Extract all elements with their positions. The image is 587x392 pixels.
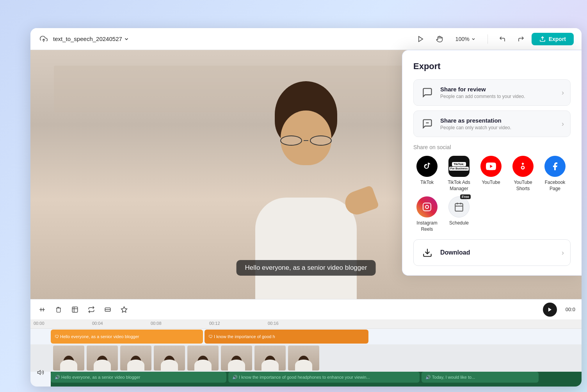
social-schedule[interactable]: Free Schedule [445, 196, 473, 232]
audio-segment-1[interactable]: 🔊 Hello everyone, as a senior video blog… [51, 372, 226, 383]
download-label: Download [440, 249, 556, 256]
audio-segment-2[interactable]: 🔊 I know the importance of good headphon… [228, 372, 420, 383]
segment-1-label: 🗨 Hello everyone, as a senior video blog… [55, 334, 139, 339]
thumb-3 [120, 346, 151, 371]
share-review-title: Share for review [440, 86, 556, 93]
instagram-icon [416, 196, 438, 217]
free-badge: Free [460, 194, 471, 199]
timecode: 00:0 [566, 306, 575, 312]
volume-icon[interactable] [34, 366, 47, 379]
audio-seg-2-label: 🔊 I know the importance of good headphon… [232, 375, 370, 380]
export-btn-label: Export [549, 36, 566, 42]
header-left: text_to_speech_20240527 [38, 34, 410, 45]
timeline-controls: 00:0 [30, 299, 582, 319]
header: text_to_speech_20240527 [30, 28, 582, 50]
social-youtube[interactable]: YouTube [477, 156, 505, 192]
segment-2[interactable]: 🗨 I know the importance of good h [205, 330, 368, 344]
instagram-label: Instagram Reels [413, 220, 441, 232]
project-name-label: text_to_speech_20240527 [53, 36, 122, 42]
caption-track: 🗨 Hello everyone, as a senior video blog… [30, 329, 582, 344]
thumb-7 [254, 346, 286, 371]
download-icon [420, 245, 435, 260]
undo-icon[interactable] [496, 33, 508, 45]
export-panel-title: Export [413, 61, 571, 71]
segment-2-label: 🗨 I know the importance of good h [208, 334, 275, 339]
social-grid: TikTok TikTok: For Business TikTok Ads M… [413, 156, 571, 232]
share-pres-desc: People can only watch your video. [440, 125, 556, 130]
download-arrow: › [562, 249, 564, 257]
ruler-mark-12: 00:12 [209, 321, 220, 326]
hand-tool-icon[interactable] [434, 33, 445, 45]
tiktok-icon [416, 156, 438, 177]
timeline-ruler: 00:00 00:04 00:08 00:12 00:16 [30, 319, 582, 329]
youtube-icon [480, 156, 502, 177]
share-review-desc: People can add comments to your video. [440, 94, 556, 99]
header-center: 100% [415, 33, 527, 45]
audio-seg-3-label: 🔊 Today, I would like to... [425, 375, 475, 380]
schedule-label: Schedule [449, 220, 469, 226]
svg-marker-12 [548, 307, 551, 312]
youtube-shorts-icon [512, 156, 534, 177]
share-review-icon [420, 85, 435, 100]
share-presentation-icon [420, 116, 435, 131]
social-section-title: Share on social [413, 144, 571, 150]
delete-icon[interactable] [53, 304, 64, 315]
app-window: text_to_speech_20240527 [30, 28, 582, 387]
svg-rect-15 [423, 203, 431, 211]
trim-icon[interactable] [102, 304, 113, 315]
ruler-mark-0: 00:00 [34, 321, 44, 326]
export-button[interactable]: Export [532, 33, 574, 45]
thumb-4 [154, 346, 185, 371]
thumbnails-row [30, 344, 582, 372]
header-divider [487, 34, 488, 44]
svg-rect-17 [455, 204, 463, 212]
redo-icon[interactable] [515, 33, 527, 45]
segment-1[interactable]: 🗨 Hello everyone, as a senior video blog… [51, 330, 203, 344]
zoom-control[interactable]: 100% [452, 34, 479, 44]
download-option[interactable]: Download › [413, 239, 571, 266]
share-review-arrow: › [562, 89, 564, 97]
schedule-icon: Free [448, 196, 470, 217]
facebook-label: Facebook Page [541, 180, 569, 192]
project-name[interactable]: text_to_speech_20240527 [53, 36, 129, 42]
share-pres-title: Share as presentation [440, 117, 556, 124]
ruler-mark-16: 00:16 [268, 321, 279, 326]
play-button[interactable] [543, 303, 557, 317]
adjust-icon[interactable] [119, 304, 130, 315]
tiktok-label: TikTok [420, 180, 434, 186]
crop-icon[interactable] [69, 304, 80, 315]
subtitle-overlay: Hello everyone, as a senior video blogge… [237, 260, 376, 276]
youtube-label: YouTube [482, 180, 500, 186]
left-controls [30, 366, 51, 387]
svg-rect-6 [72, 307, 78, 312]
thumb-8 [288, 346, 319, 371]
tiktok-ads-icon: TikTok: For Business [448, 156, 470, 177]
svg-marker-1 [419, 36, 423, 42]
social-facebook[interactable]: Facebook Page [541, 156, 569, 192]
audio-track: 🔊 Hello everyone, as a senior video blog… [51, 372, 582, 387]
ruler-mark-8: 00:08 [151, 321, 162, 326]
social-youtube-shorts[interactable]: YouTube Shorts [509, 156, 537, 192]
social-tiktok-ads[interactable]: TikTok: For Business TikTok Ads Manager [445, 156, 473, 192]
svg-marker-11 [121, 306, 127, 312]
share-pres-arrow: › [562, 120, 564, 128]
ruler-mark-4: 00:04 [92, 321, 103, 326]
social-tiktok[interactable]: TikTok [413, 156, 441, 192]
share-presentation-option[interactable]: Share as presentation People can only wa… [413, 110, 571, 137]
social-instagram[interactable]: Instagram Reels [413, 196, 441, 232]
zoom-value: 100% [455, 36, 470, 42]
share-review-option[interactable]: Share for review People can add comments… [413, 79, 571, 106]
split-icon[interactable] [37, 304, 48, 315]
facebook-icon [544, 156, 566, 177]
tiktok-ads-label: TikTok Ads Manager [445, 180, 473, 192]
svg-marker-13 [38, 371, 41, 375]
upload-icon[interactable] [38, 34, 49, 45]
youtube-shorts-label: YouTube Shorts [509, 180, 537, 192]
audio-segment-3[interactable]: 🔊 Today, I would like to... [422, 372, 539, 383]
thumb-2 [87, 346, 118, 371]
subtitle-text: Hello everyone, as a senior video blogge… [245, 264, 367, 271]
play-icon[interactable] [415, 33, 427, 45]
main-content: Hello everyone, as a senior video blogge… [30, 50, 582, 387]
loop-icon[interactable] [86, 304, 97, 315]
audio-seg-1-label: 🔊 Hello everyone, as a senior video blog… [55, 375, 140, 380]
